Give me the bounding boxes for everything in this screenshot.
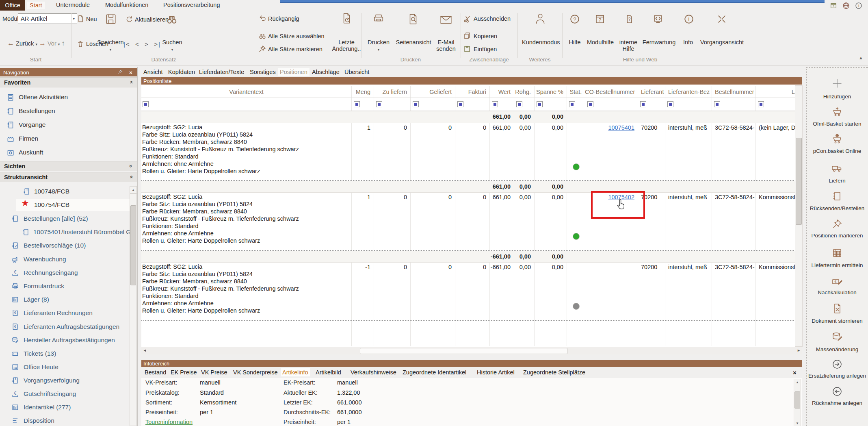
- scroll-right-button[interactable]: ►: [797, 348, 801, 352]
- info-tab-ek-preise[interactable]: EK Preise: [171, 369, 197, 376]
- table-vertical-scrollbar[interactable]: [795, 85, 803, 347]
- speichern-button[interactable]: Speichern▾: [94, 39, 127, 52]
- modulhilfe-button[interactable]: Modulhilfe: [585, 39, 616, 46]
- tree-scroll-up-button[interactable]: ▲: [130, 186, 137, 193]
- tree-item-vorgangsverfolgung[interactable]: Vorgangsverfolgung: [24, 377, 80, 384]
- info-icon[interactable]: i: [855, 2, 862, 11]
- alle-saetze-markieren-button[interactable]: Alle Sätze markieren: [268, 46, 323, 52]
- pin-icon[interactable]: [118, 70, 123, 76]
- tree-item-lieferanten-auftragsbestaetigungen[interactable]: Lieferanten Auftragsbestätigungen: [24, 323, 119, 330]
- tree-item-100748[interactable]: 100748/FCB: [34, 188, 69, 195]
- info-button[interactable]: Info: [676, 39, 700, 46]
- info-tab-bestand[interactable]: Bestand: [145, 369, 166, 376]
- filter-button-lager[interactable]: [758, 101, 764, 107]
- fernwartung-button[interactable]: Fernwartung: [640, 39, 678, 46]
- info-tab-vk-preise[interactable]: VK Preise: [201, 369, 227, 376]
- letzte-aenderung-button[interactable]: LetzteÄnderung..: [328, 39, 365, 52]
- co-bestellnummer-link-1[interactable]: 10075401: [608, 124, 634, 131]
- return-order-icon[interactable]: [831, 190, 843, 204]
- einfuegen-button[interactable]: Einfügen: [474, 46, 497, 52]
- ersatzlieferung-anlegen-button[interactable]: Ersatzlieferung anlegen: [807, 373, 867, 379]
- ruecksenden-bestellen-button[interactable]: Rücksenden/Bestellen: [807, 205, 867, 211]
- seitenansicht-button[interactable]: Seitenansicht: [393, 39, 434, 46]
- scroll-left-button[interactable]: ◄: [143, 348, 147, 352]
- summary-row-1[interactable]: 661,00 0,00 0,00: [141, 111, 802, 123]
- nav-item-bestellungen[interactable]: Bestellungen: [19, 107, 55, 115]
- aktualisieren-button[interactable]: Aktualisieren: [135, 16, 169, 23]
- up-button[interactable]: ↑: [61, 39, 65, 47]
- tree-scrollbar[interactable]: [130, 193, 137, 426]
- info-scrollbar-thumb[interactable]: [794, 391, 800, 409]
- table-scrollbar-thumb[interactable]: [796, 138, 802, 225]
- kundenmodus-button[interactable]: Kundenmodus: [522, 39, 558, 46]
- tree-item-tickets[interactable]: Tickets (13): [24, 350, 56, 357]
- pcon-basket-online-button[interactable]: pCon.basket Online: [807, 148, 867, 154]
- filter-button-bestellnr[interactable]: [714, 101, 720, 107]
- replacement-delivery-icon[interactable]: [831, 358, 843, 372]
- tree-item-disposition[interactable]: Disposition: [24, 417, 54, 424]
- tree-item-gutschriftseingang[interactable]: Gutschriftseingang: [24, 390, 76, 398]
- filter-button-meng[interactable]: [354, 101, 360, 107]
- tree-item-warenbuchung[interactable]: Warenbuchung: [24, 256, 66, 263]
- toureninformation-link[interactable]: Toureninformation: [145, 419, 193, 425]
- nav-item-firmen[interactable]: Firmen: [19, 135, 38, 142]
- info-tab-artikelinfo[interactable]: Artikelinfo: [281, 368, 310, 376]
- deliver-truck-icon[interactable]: [831, 162, 843, 176]
- positionen-markieren-button[interactable]: Positionen markieren: [807, 233, 867, 239]
- position-row-3[interactable]: Bezugstoff: SG2: LuciaFarbe Sitz: Lucia …: [141, 262, 802, 321]
- modul-select[interactable]: AR-Artikel ▾: [18, 13, 77, 24]
- tab-positionen[interactable]: Positionen: [278, 68, 310, 76]
- menu-tab-modulfunktionen[interactable]: Modulfunktionen: [105, 2, 148, 8]
- table-horizontal-scrollbar[interactable]: ◄ ►: [141, 347, 802, 354]
- info-vertical-scrollbar[interactable]: ▲ ▼: [794, 379, 801, 426]
- filter-button-rohg[interactable]: [516, 101, 522, 107]
- info-tab-vk-sonderpreise[interactable]: VK Sonderpreise: [233, 369, 278, 376]
- nav-item-vorgaenge[interactable]: Vorgänge: [19, 121, 45, 128]
- h-scrollbar-thumb[interactable]: [360, 348, 567, 354]
- filter-button-bez[interactable]: [667, 101, 673, 107]
- email-senden-button[interactable]: E-Mailsenden: [434, 39, 458, 52]
- interne-hilfe-button[interactable]: interneHilfe: [614, 39, 643, 52]
- tab-uebersicht[interactable]: Übersicht: [344, 69, 369, 75]
- tree-item-hersteller-auftragsbestaetigungen[interactable]: Hersteller Auftragsbestätigungen: [24, 337, 115, 344]
- filter-button-wert[interactable]: [492, 101, 498, 107]
- ausschneiden-button[interactable]: Ausschneiden: [474, 15, 511, 22]
- vorgangsansicht-button[interactable]: Vorgangsansicht: [699, 39, 745, 46]
- info-tab-artikelbild[interactable]: Artikelbild: [316, 369, 341, 376]
- nachkalkulation-button[interactable]: Nachkalkulation: [807, 289, 867, 296]
- filter-button-fakturi[interactable]: [457, 101, 463, 107]
- tab-abschlaege[interactable]: Abschläge: [312, 69, 340, 75]
- menu-tab-untermodule[interactable]: Untermodule: [56, 2, 90, 8]
- window-help-icon[interactable]: ?: [830, 2, 837, 11]
- position-row-1[interactable]: Bezugstoff: SG2: LuciaFarbe Sitz: Lucia …: [141, 122, 802, 181]
- pcon-basket-icon[interactable]: [831, 134, 843, 148]
- neu-button[interactable]: Neu: [86, 16, 97, 22]
- section-sichten[interactable]: Sichten »: [0, 161, 137, 171]
- summary-row-2[interactable]: 661,00 0,00 0,00: [141, 181, 802, 193]
- filter-button-variantentext[interactable]: [143, 101, 149, 107]
- tree-item-bestellvorschlaege[interactable]: Bestellvorschläge (10): [24, 242, 86, 249]
- nav-item-offene-aktivitaeten[interactable]: Offene Aktivitäten: [19, 93, 68, 101]
- filter-button-zu-liefern[interactable]: [376, 101, 382, 107]
- record-nav-buttons[interactable]: |< < > >|: [123, 41, 161, 48]
- menu-tab-positionsverarbeitung[interactable]: Positionsverarbeitung: [163, 2, 220, 8]
- tab-kopfdaten[interactable]: Kopfdaten: [168, 69, 195, 75]
- tab-sonstiges[interactable]: Sonstiges: [250, 69, 276, 75]
- info-scroll-up-button[interactable]: ▲: [794, 380, 801, 384]
- filter-button-geliefert[interactable]: [413, 101, 419, 107]
- forward-button[interactable]: Vor: [48, 40, 56, 47]
- massenaenderung-button[interactable]: Massenänderung: [807, 346, 867, 352]
- info-tab-verkaufshinweise[interactable]: Verkaufshinweise: [351, 369, 396, 376]
- mark-positions-pin-icon[interactable]: [831, 218, 843, 232]
- infobereich-close-icon[interactable]: ×: [793, 369, 797, 376]
- liefern-button[interactable]: Liefern: [807, 178, 867, 184]
- tree-item-rechnungseingang[interactable]: Rechnungseingang: [24, 269, 78, 276]
- nav-item-auskunft[interactable]: Auskunft: [19, 149, 43, 156]
- globe-icon[interactable]: [842, 2, 850, 11]
- filter-button-lieferant[interactable]: [640, 101, 646, 107]
- info-scroll-down-button[interactable]: ▼: [796, 422, 799, 425]
- ribbon-collapse-button[interactable]: ▲: [859, 55, 863, 60]
- info-tab-zugeordnete-stellplaetze[interactable]: Zugeordnete Stellplätze: [523, 369, 585, 376]
- tree-item-100754-selected[interactable]: 100754/FCB: [34, 201, 69, 209]
- drucken-button[interactable]: Drucken▾: [364, 39, 393, 52]
